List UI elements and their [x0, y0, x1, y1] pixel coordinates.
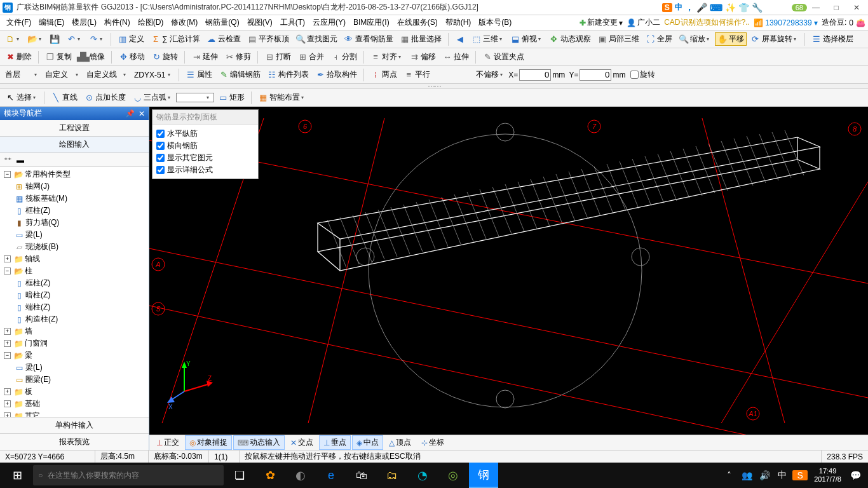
set-grip-button[interactable]: ✎设置夹点 — [480, 50, 527, 64]
lookdown-button[interactable]: ⬓俯视▾ — [508, 32, 545, 46]
menu-cloud[interactable]: 云应用(Y) — [309, 17, 349, 28]
flat-roof-button[interactable]: ▤平齐板顶 — [245, 32, 292, 46]
break-button[interactable]: ⊟打断 — [262, 50, 294, 64]
rotate-checkbox[interactable]: 旋转 — [630, 69, 655, 80]
rect-button[interactable]: ▭矩形 — [215, 91, 247, 104]
split-button[interactable]: ⫞分割 — [328, 50, 360, 64]
tray-people-icon[interactable]: 👥 — [739, 470, 754, 480]
floor-select[interactable]: 首层▾ — [3, 68, 41, 81]
cad-help-link[interactable]: CAD识别选项如何操作?.. — [664, 17, 750, 28]
close-button[interactable]: ✕ — [848, 2, 865, 13]
task-view-icon[interactable]: ❏ — [225, 463, 254, 488]
pan-button[interactable]: ✋平移 — [715, 32, 747, 46]
collapse-all-icon[interactable]: ▬ — [17, 156, 24, 165]
taskbar-explorer-icon[interactable]: 🗂 — [377, 463, 407, 488]
screen-rotate-button[interactable]: ⟳屏幕旋转▾ — [748, 32, 801, 46]
ime-indicator[interactable]: S 中 ， 🎤 ⌨ ✨ 👕 🔧 — [658, 2, 766, 13]
tray-chevron-icon[interactable]: ˄ — [721, 470, 736, 480]
offset-button[interactable]: ⇉偏移 — [407, 50, 438, 64]
expand-all-icon[interactable]: ⁺⁺ — [4, 156, 11, 165]
new-change-button[interactable]: ✚新建变更▾ — [580, 17, 623, 28]
rotate-button[interactable]: ↻旋转 — [149, 50, 180, 64]
prev-view-button[interactable]: ◀ — [452, 33, 468, 46]
extend-button[interactable]: ⇥延伸 — [189, 50, 220, 64]
trim-button[interactable]: ✂修剪 — [222, 50, 254, 64]
minimize-button[interactable]: — — [807, 2, 825, 13]
dyninput-toggle[interactable]: ⌨动态输入 — [233, 435, 285, 450]
select-floor-button[interactable]: ☰选择楼层 — [809, 32, 856, 46]
sum-calc-button[interactable]: Σ∑ 汇总计算 — [148, 32, 203, 46]
save-button[interactable]: 💾 — [47, 33, 62, 46]
opt-show-detail[interactable]: 显示详细公式 — [156, 164, 254, 176]
delete-button[interactable]: ✖删除 — [3, 50, 34, 64]
menu-view[interactable]: 视图(V) — [243, 17, 276, 28]
parallel-button[interactable]: ≡平行 — [401, 68, 433, 81]
draw-input-button[interactable]: 绘图输入 — [0, 137, 149, 153]
zoom-button[interactable]: 🔍缩放▾ — [676, 32, 714, 46]
new-button[interactable]: 🗋▾ — [3, 33, 24, 46]
intersection-toggle[interactable]: ✕交点 — [286, 435, 318, 450]
green-badge[interactable]: 68 — [792, 4, 807, 11]
menu-edit[interactable]: 编辑(E) — [35, 17, 68, 28]
taskbar-clock[interactable]: 17:492017/7/8 — [810, 467, 845, 484]
tray-ime-icon[interactable]: 中 — [775, 470, 790, 481]
undo-button[interactable]: ↶▾ — [64, 33, 85, 46]
arc3-button[interactable]: ◡三点弧▾ — [130, 91, 175, 104]
perpendicular-toggle[interactable]: ⊥垂点 — [319, 435, 351, 450]
taskbar-edge-icon[interactable]: e — [316, 463, 346, 488]
taskbar-app-2[interactable]: ◐ — [286, 463, 315, 488]
fullscreen-button[interactable]: ⛶全屏 — [643, 32, 675, 46]
single-component-input-button[interactable]: 单构件输入 — [0, 417, 149, 433]
local-3d-button[interactable]: ▣局部三维 — [595, 32, 642, 46]
line-button[interactable]: ╲直线 — [48, 91, 80, 104]
edit-rebar-button[interactable]: ✎编辑钢筋 — [216, 68, 263, 81]
stretch-button[interactable]: ↔拉伸 — [440, 50, 471, 64]
taskbar-search[interactable]: ○ 在这里输入你要搜索的内容 — [33, 465, 224, 485]
menu-draw[interactable]: 绘图(D) — [134, 17, 168, 28]
vertex-toggle[interactable]: △顶点 — [384, 435, 416, 450]
start-button[interactable]: ⊞ — [3, 463, 32, 488]
align-button[interactable]: ≡对齐▾ — [368, 50, 405, 64]
report-preview-button[interactable]: 报表预览 — [0, 433, 149, 450]
opt-horizontal-rebar[interactable]: 水平纵筋 — [156, 128, 254, 140]
menu-bim[interactable]: BIM应用(I) — [349, 17, 393, 28]
type-select[interactable]: 自定义线▾ — [84, 68, 130, 81]
menu-component[interactable]: 构件(N) — [100, 17, 134, 28]
credit-bean[interactable]: 造价豆:0 👛 — [822, 17, 865, 28]
project-settings-button[interactable]: 工程设置 — [0, 120, 149, 137]
cloud-check-button[interactable]: ☁云检查 — [204, 32, 243, 46]
component-list-button[interactable]: ☷构件列表 — [264, 68, 311, 81]
define-button[interactable]: ▥定义 — [115, 32, 147, 46]
merge-button[interactable]: ⊞合并 — [295, 50, 327, 64]
copy-button[interactable]: ❐复制 — [43, 50, 74, 64]
taskbar-app-4[interactable]: ◎ — [438, 463, 468, 488]
attribute-button[interactable]: ☰属性 — [183, 68, 215, 81]
toolbar-grip[interactable] — [0, 84, 868, 89]
taskbar-app-3[interactable]: ◔ — [408, 463, 437, 488]
redo-button[interactable]: ↷▾ — [86, 33, 107, 46]
open-button[interactable]: 📂▾ — [25, 33, 46, 46]
phone-info[interactable]: 📶 13907298339 ▾ — [754, 18, 818, 27]
find-view-button[interactable]: 🔍查找图元 — [293, 32, 340, 46]
osnap-toggle[interactable]: ◎对象捕捉 — [185, 435, 232, 450]
opt-show-other[interactable]: 显示其它图元 — [156, 152, 254, 164]
midpoint-toggle[interactable]: ◈中点 — [352, 435, 383, 450]
maximize-button[interactable]: □ — [827, 2, 845, 13]
sidebar-close-icon[interactable]: ✕ — [139, 109, 145, 118]
arc-dropdown[interactable]: ▾ — [176, 93, 214, 102]
mirror-button[interactable]: ▟▙镜像 — [76, 50, 107, 64]
taskbar-store-icon[interactable]: 🛍 — [347, 463, 376, 488]
ortho-toggle[interactable]: ⊥正交 — [152, 435, 184, 450]
x-input[interactable] — [519, 69, 551, 81]
coord-toggle[interactable]: ⊹坐标 — [417, 435, 449, 450]
rebar-display-panel[interactable]: 钢筋显示控制面板 水平纵筋 横向钢筋 显示其它图元 显示详细公式 — [152, 109, 259, 179]
3d-button[interactable]: ⬚三维▾ — [469, 32, 506, 46]
menu-floor[interactable]: 楼层(L) — [68, 17, 100, 28]
user-account[interactable]: 👤广小二 — [627, 17, 660, 28]
action-center-icon[interactable]: 💬 — [848, 470, 863, 480]
no-offset-select[interactable]: 不偏移▾ — [473, 68, 507, 81]
move-button[interactable]: ✥移动 — [116, 50, 147, 64]
taskbar-ggj-icon[interactable]: 钢 — [469, 463, 498, 488]
taskbar-app-1[interactable]: ✿ — [255, 463, 285, 488]
opt-vertical-rebar[interactable]: 横向钢筋 — [156, 140, 254, 152]
